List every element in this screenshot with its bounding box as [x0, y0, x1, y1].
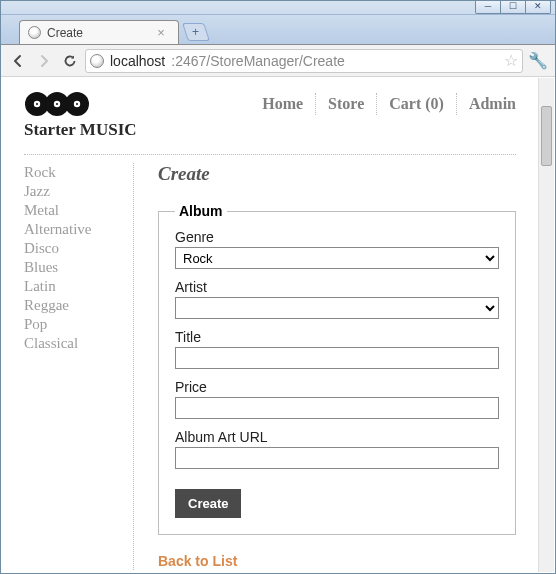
back-button[interactable] [7, 50, 29, 72]
sidebar-item[interactable]: Disco [24, 239, 121, 258]
art-url-input[interactable] [175, 447, 499, 469]
sidebar-item[interactable]: Latin [24, 277, 121, 296]
bookmark-star-icon[interactable]: ☆ [504, 51, 518, 70]
back-to-list-link[interactable]: Back to List [158, 553, 237, 569]
sidebar-item[interactable]: Alternative [24, 220, 121, 239]
album-fieldset: Album Genre Rock Artist T [158, 203, 516, 535]
vertical-scrollbar[interactable] [538, 78, 554, 572]
page-viewport: Home Store Cart (0) Admin Starter MUSIC … [2, 78, 554, 572]
genre-label: Genre [175, 229, 499, 245]
window-minimize-button[interactable]: ─ [475, 0, 501, 14]
settings-wrench-icon[interactable]: 🔧 [527, 51, 549, 70]
artist-select[interactable] [175, 297, 499, 319]
title-input[interactable] [175, 347, 499, 369]
reload-button[interactable] [59, 50, 81, 72]
window-close-button[interactable]: ✕ [525, 0, 551, 14]
genre-sidebar: Rock Jazz Metal Alternative Disco Blues … [24, 163, 134, 570]
sidebar-item[interactable]: Metal [24, 201, 121, 220]
nav-cart[interactable]: Cart (0) [377, 93, 457, 115]
create-button[interactable]: Create [175, 489, 241, 518]
browser-tabstrip: Create × + [1, 15, 555, 45]
fieldset-legend: Album [175, 203, 227, 219]
price-input[interactable] [175, 397, 499, 419]
artist-label: Artist [175, 279, 499, 295]
sidebar-item[interactable]: Jazz [24, 182, 121, 201]
new-tab-button[interactable]: + [182, 23, 210, 41]
forward-button[interactable] [33, 50, 55, 72]
browser-tab[interactable]: Create × [19, 20, 179, 44]
svg-point-8 [76, 103, 78, 105]
browser-toolbar: localhost:2467/StoreManager/Create ☆ 🔧 [1, 45, 555, 77]
nav-home[interactable]: Home [250, 93, 316, 115]
art-url-label: Album Art URL [175, 429, 499, 445]
sidebar-item[interactable]: Rock [24, 163, 121, 182]
price-label: Price [175, 379, 499, 395]
url-path: :2467/StoreManager/Create [171, 53, 345, 69]
sidebar-item[interactable]: Classical [24, 334, 121, 353]
window-maximize-button[interactable]: ☐ [500, 0, 526, 14]
vinyl-records-icon [24, 90, 90, 118]
genre-select[interactable]: Rock [175, 247, 499, 269]
tab-close-button[interactable]: × [154, 26, 168, 40]
url-host: localhost [110, 53, 165, 69]
site-brand: Starter MUSIC [24, 120, 516, 140]
svg-point-6 [36, 103, 38, 105]
nav-admin[interactable]: Admin [457, 93, 516, 115]
site-logo[interactable] [24, 90, 90, 118]
divider [24, 154, 516, 155]
page-title: Create [158, 163, 516, 185]
nav-store[interactable]: Store [316, 93, 377, 115]
top-nav: Home Store Cart (0) Admin [250, 93, 516, 115]
tab-title: Create [47, 26, 83, 40]
svg-point-7 [56, 103, 58, 105]
sidebar-item[interactable]: Pop [24, 315, 121, 334]
address-bar[interactable]: localhost:2467/StoreManager/Create ☆ [85, 49, 523, 73]
sidebar-item[interactable]: Reggae [24, 296, 121, 315]
title-label: Title [175, 329, 499, 345]
window-titlebar: ─ ☐ ✕ [1, 1, 555, 15]
scrollbar-thumb[interactable] [541, 106, 552, 166]
sidebar-item[interactable]: Blues [24, 258, 121, 277]
globe-icon [90, 54, 104, 68]
globe-icon [28, 26, 41, 39]
